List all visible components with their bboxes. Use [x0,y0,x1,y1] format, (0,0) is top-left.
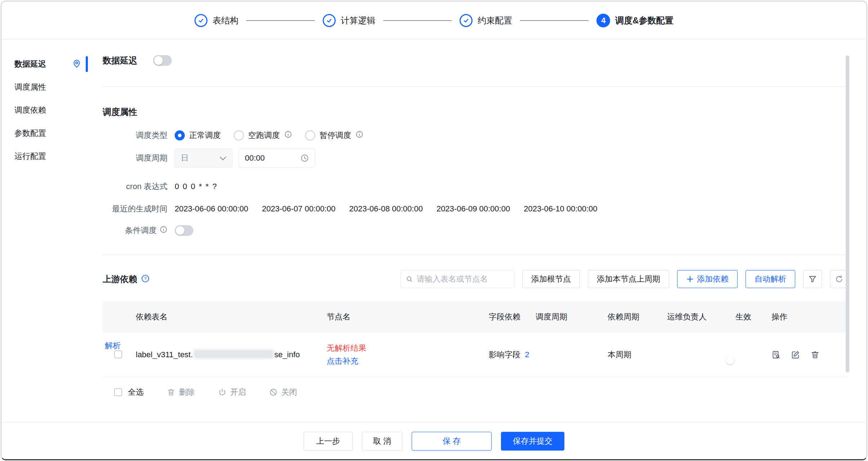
section-title-upstream: 上游依赖 [103,273,137,285]
sidebar-item-schedule-deps[interactable]: 调度依赖 [1,99,96,122]
upstream-toolbar: 添加根节点 添加本节点上周期 添加依赖 自动解析 [401,270,849,288]
cancel-button[interactable]: 取 消 [362,432,402,451]
recent-time: 2023-06-07 00:00:00 [262,204,335,214]
recent-time: 2023-06-09 00:00:00 [437,204,510,214]
select-all-label: 全选 [128,387,144,398]
dependency-search-input[interactable] [417,274,509,284]
auto-parse-button[interactable]: 自动解析 [746,270,795,288]
table-header-row: 依赖表名 节点名 字段依赖 调度周期 依赖周期 运维负责人 生效 操作 [103,301,849,333]
radio-icon [175,130,185,140]
filter-button[interactable] [803,270,822,288]
add-dependency-button[interactable]: 添加依赖 [677,270,738,288]
location-pin-icon [72,59,81,71]
vertical-scrollbar[interactable] [846,55,849,372]
main-content: 数据延迟 调度属性 调度类型 正常调度 空跑调度 [103,40,849,399]
fill-in-link[interactable]: 点击补充 [327,355,484,368]
schedule-type-label: 调度类型 [103,130,167,141]
schedule-props-section: 调度属性 [103,106,849,118]
sidebar-item-schedule-props[interactable]: 调度属性 [1,76,96,99]
row-actions-cell [767,350,849,359]
cycle-unit-value: 日 [181,153,189,164]
sidebar-item-label: 调度属性 [14,82,46,93]
header-dependency-cycle: 依赖周期 [603,312,663,322]
header-enabled: 生效 [731,312,767,322]
step-label: 约束配置 [478,15,512,26]
search-icon [406,275,413,283]
header-schedule-cycle: 调度周期 [531,312,603,322]
field-dependency-cell: 影响字段 2 [484,349,531,360]
previous-step-button[interactable]: 上一步 [304,432,353,451]
section-title-data-delay: 数据延迟 [103,55,137,66]
check-circle-icon [194,14,207,27]
step-label: 调度&参数配置 [615,15,673,26]
trash-icon [167,388,175,397]
sidebar-item-label: 调度依赖 [14,105,46,116]
recent-times-list: 2023-06-06 00:00:00 2023-06-07 00:00:00 … [175,204,597,214]
parse-link[interactable]: 解析 [105,340,121,351]
help-icon[interactable]: ? [141,274,150,285]
radio-icon [234,130,244,140]
select-all-checkbox[interactable] [114,388,122,396]
conditional-schedule-toggle[interactable] [175,225,193,236]
step-compute-logic[interactable]: 计算逻辑 [323,14,375,27]
check-circle-icon [460,14,473,27]
schedule-type-row: 调度类型 正常调度 空跑调度 暂停调度 [103,130,849,141]
batch-disable-button[interactable]: 关闭 [269,387,297,398]
filter-icon [808,275,817,283]
info-icon[interactable] [284,130,292,140]
sidebar-item-param-config[interactable]: 参数配置 [1,122,96,145]
recent-times-label: 最近的生成时间 [103,203,167,214]
save-and-submit-button[interactable]: 保存并提交 [501,432,564,451]
anchor-sidebar: 数据延迟 调度属性 调度依赖 参数配置 运行配置 [1,40,96,168]
info-icon[interactable] [160,225,167,236]
row-checkbox[interactable] [114,350,122,358]
refresh-icon [835,275,844,283]
trash-icon[interactable] [810,350,820,359]
data-delay-toggle[interactable] [153,55,172,66]
detail-search-icon[interactable] [771,350,781,359]
footer-action-bar: 上一步 取 消 保 存 保存并提交 [1,422,867,459]
batch-enable-button[interactable]: 开启 [218,387,246,398]
batch-action-bar: 全选 删除 开启 关闭 [103,385,849,399]
header-node-name: 节点名 [322,312,484,322]
schedule-cycle-label: 调度周期 [103,153,167,164]
cron-row: cron 表达式 0 0 0 * * ? [103,181,849,192]
header-field-dependency: 字段依赖 [484,312,531,322]
step-constraint-config[interactable]: 约束配置 [460,14,512,27]
radio-pause-schedule[interactable]: 暂停调度 [305,130,363,141]
conditional-schedule-label: 条件调度 [125,225,157,236]
step-connector [520,20,589,21]
sidebar-item-run-config[interactable]: 运行配置 [1,145,96,168]
radio-label: 暂停调度 [319,130,351,141]
step-schedule-params[interactable]: 4 调度&参数配置 [596,14,673,27]
header-ops-owner: 运维负责人 [663,312,731,322]
cycle-time-input[interactable] [245,153,288,163]
field-dep-count-link[interactable]: 2 [525,350,529,359]
dep-table-name-cell: label_v311_test.se_info [131,349,322,361]
power-icon [218,388,227,397]
recent-times-row: 最近的生成时间 2023-06-06 00:00:00 2023-06-07 0… [103,203,849,214]
add-node-prev-cycle-button[interactable]: 添加本节点上周期 [588,270,669,288]
wizard-page: 表结构 计算逻辑 约束配置 4 调度&参数配置 数据延迟 [1,1,867,460]
add-root-node-button[interactable]: 添加根节点 [522,270,580,288]
step-table-structure[interactable]: 表结构 [194,14,238,27]
radio-icon [305,130,315,140]
cycle-unit-select[interactable]: 日 [175,149,232,167]
info-icon[interactable] [355,130,363,140]
dependency-table: 依赖表名 节点名 字段依赖 调度周期 依赖周期 运维负责人 生效 操作 解析 l… [103,301,849,377]
recent-time: 2023-06-06 00:00:00 [175,204,248,214]
radio-normal-schedule[interactable]: 正常调度 [175,130,221,141]
batch-delete-button[interactable]: 删除 [167,387,195,398]
row-select-cell: 解析 [103,333,131,377]
wizard-stepper: 表结构 计算逻辑 约束配置 4 调度&参数配置 [1,1,867,40]
divider [103,86,849,87]
recent-time: 2023-06-08 00:00:00 [349,204,423,214]
save-button[interactable]: 保 存 [412,432,492,451]
sidebar-item-data-delay[interactable]: 数据延迟 [1,53,96,76]
radio-dry-run-schedule[interactable]: 空跑调度 [234,130,292,141]
edit-icon[interactable] [791,350,800,359]
cron-value: 0 0 0 * * ? [175,182,218,191]
svg-text:?: ? [144,276,147,281]
recent-time: 2023-06-10 00:00:00 [524,204,597,214]
parse-error-text: 无解析结果 [327,342,484,355]
